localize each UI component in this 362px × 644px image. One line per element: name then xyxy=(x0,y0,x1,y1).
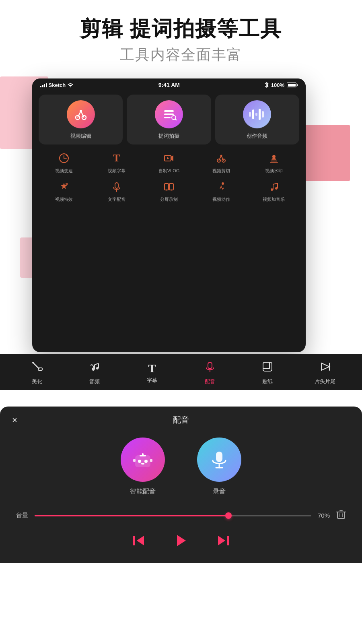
video-edit-icon xyxy=(67,100,95,128)
dubbing-title: 配音 xyxy=(173,415,189,425)
time-display: 9:41 AM xyxy=(158,82,180,88)
svg-line-52 xyxy=(95,363,99,365)
dubbing-icon xyxy=(204,361,216,376)
vlog-icon xyxy=(163,151,175,165)
svg-rect-71 xyxy=(337,512,345,518)
tool-video-speed-label: 视频变速 xyxy=(55,168,73,174)
svg-rect-29 xyxy=(272,159,276,160)
phone-mockup: Sketch 9:41 AM 100% xyxy=(32,78,306,352)
close-button[interactable]: × xyxy=(12,415,17,425)
svg-rect-80 xyxy=(227,536,229,545)
toolbar-beautify-label: 美化 xyxy=(32,378,42,385)
svg-point-39 xyxy=(222,182,224,185)
tool-music[interactable]: 视频加音乐 xyxy=(249,180,299,202)
dubbing-option-smart[interactable]: 智能配音 xyxy=(121,438,165,496)
svg-rect-63 xyxy=(141,463,144,464)
toolbar-subtitle-label: 字幕 xyxy=(147,377,157,384)
main-title: 剪辑 提词拍摄等工具 xyxy=(8,16,354,41)
tool-watermark-label: 视频水印 xyxy=(265,168,283,174)
tool-watermark[interactable]: 视频水印 xyxy=(249,151,299,174)
wifi-icon xyxy=(67,83,74,87)
status-left: Sketch xyxy=(40,82,74,88)
featured-app-video-edit[interactable]: 视频编辑 xyxy=(39,95,123,144)
svg-point-61 xyxy=(138,460,141,463)
watermark-icon xyxy=(268,151,280,165)
svg-point-62 xyxy=(144,460,148,463)
dubbing-panel: × 配音 智能配音 xyxy=(0,407,362,563)
svg-rect-30 xyxy=(271,161,277,161)
toolbar-sticker-label: 贴纸 xyxy=(262,378,273,385)
dubbing-option-record[interactable]: 录音 xyxy=(197,438,241,496)
video-subtitle-icon: T xyxy=(113,151,120,165)
battery-icon xyxy=(287,83,298,87)
tool-voice[interactable]: 文字配音 xyxy=(91,180,142,202)
svg-rect-60 xyxy=(136,456,150,467)
svg-rect-13 xyxy=(249,112,251,117)
svg-point-38 xyxy=(171,190,172,191)
tool-video-cut[interactable]: 视频剪切 xyxy=(196,151,247,174)
toolbar-audio-label: 音频 xyxy=(89,378,100,385)
toolbar-item-subtitle[interactable]: T 字幕 xyxy=(136,362,168,384)
featured-app-audio[interactable]: 创作音频 xyxy=(215,95,299,144)
action-icon xyxy=(216,180,227,194)
tool-vlog-label: 自制VLOG xyxy=(158,168,180,174)
volume-slider[interactable] xyxy=(35,515,311,516)
next-button[interactable] xyxy=(216,533,231,551)
svg-rect-31 xyxy=(270,162,278,163)
svg-rect-66 xyxy=(133,459,136,462)
teleprompter-svg xyxy=(161,106,177,122)
signal-bar-3 xyxy=(44,84,45,87)
tool-voice-label: 文字配音 xyxy=(108,196,125,202)
volume-thumb[interactable] xyxy=(225,512,232,519)
tool-video-speed[interactable]: 视频变速 xyxy=(39,151,89,174)
svg-marker-78 xyxy=(177,535,186,546)
prev-button[interactable] xyxy=(131,533,146,551)
record-icon xyxy=(197,438,241,482)
toolbar-item-audio[interactable]: 音频 xyxy=(78,361,111,385)
svg-point-26 xyxy=(220,155,222,157)
sticker-icon xyxy=(261,361,274,376)
volume-label: 音量 xyxy=(16,512,28,519)
volume-section: 音量 70% xyxy=(0,504,362,527)
volume-percent: 70% xyxy=(318,512,330,519)
tool-vlog[interactable]: 自制VLOG xyxy=(144,151,194,174)
split-screen-icon xyxy=(163,180,175,194)
toolbar-item-dubbing[interactable]: 配音 xyxy=(194,361,226,385)
svg-marker-21 xyxy=(167,157,169,159)
voice-icon xyxy=(111,180,122,194)
toolbar-item-intro[interactable]: 片头片尾 xyxy=(309,361,341,385)
header-section: 剪辑 提词拍摄等工具 工具内容全面丰富 xyxy=(0,0,362,73)
svg-rect-53 xyxy=(208,362,212,369)
smart-dubbing-label: 智能配音 xyxy=(130,487,156,496)
delete-icon[interactable] xyxy=(336,510,346,521)
tool-music-label: 视频加音乐 xyxy=(263,196,285,202)
featured-apps-row: 视频编辑 提词拍摄 xyxy=(39,95,299,144)
svg-rect-10 xyxy=(164,117,171,118)
tool-split-screen[interactable]: 分屏录制 xyxy=(144,180,194,202)
svg-rect-65 xyxy=(142,453,144,456)
tool-action[interactable]: 视频动作 xyxy=(196,180,247,202)
tool-video-subtitle[interactable]: T 视频字幕 xyxy=(91,151,142,174)
toolbar-item-beautify[interactable]: 美化 xyxy=(21,361,53,385)
tool-video-subtitle-label: 视频字幕 xyxy=(108,168,125,174)
tools-row-2: 视频特效 文字配音 xyxy=(39,180,299,202)
subtitle-icon: T xyxy=(148,362,156,374)
audio-icon xyxy=(243,100,271,128)
svg-rect-9 xyxy=(164,114,174,115)
toolbar-item-sticker[interactable]: 贴纸 xyxy=(251,361,284,385)
play-button[interactable] xyxy=(174,533,188,551)
audio-tool-icon xyxy=(88,361,101,376)
svg-rect-67 xyxy=(150,459,152,462)
tool-video-cut-label: 视频剪切 xyxy=(212,168,230,174)
signal-bar-2 xyxy=(42,85,43,87)
signal-bars-icon xyxy=(40,83,47,87)
svg-line-44 xyxy=(273,183,278,184)
svg-rect-35 xyxy=(165,184,169,190)
svg-point-37 xyxy=(166,190,167,191)
svg-rect-8 xyxy=(164,110,174,112)
tool-effects[interactable]: 视频特效 xyxy=(39,180,89,202)
app-grid-area: 视频编辑 提词拍摄 xyxy=(32,90,306,207)
svg-marker-76 xyxy=(137,536,144,545)
svg-rect-15 xyxy=(255,113,257,116)
featured-app-teleprompter[interactable]: 提词拍摄 xyxy=(127,95,211,144)
